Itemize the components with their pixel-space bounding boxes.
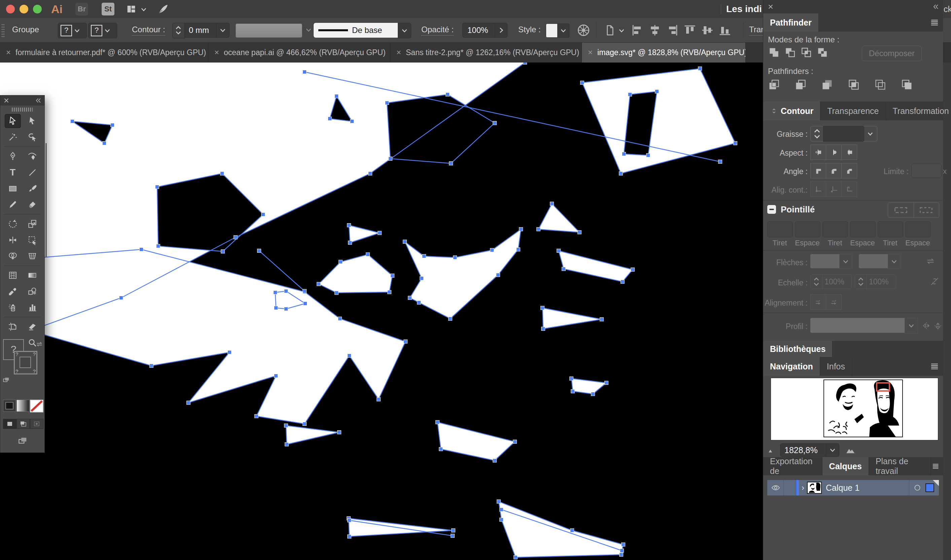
tab-plans-de-travail[interactable]: Plans de travail <box>869 457 931 475</box>
style-swatch[interactable] <box>546 23 558 38</box>
close-tab-icon[interactable]: × <box>588 48 593 57</box>
align-h-right-icon[interactable] <box>665 23 680 38</box>
anchor-point[interactable] <box>451 534 455 538</box>
anchor-point[interactable] <box>580 81 584 85</box>
anchor-point[interactable] <box>348 241 352 245</box>
canvas-viewport[interactable] <box>0 63 861 560</box>
scale-tool[interactable] <box>24 217 40 231</box>
anchor-point[interactable] <box>335 94 338 98</box>
paintbrush-tool[interactable] <box>24 182 40 195</box>
pen-tool[interactable] <box>5 149 21 163</box>
curvature-tool[interactable] <box>24 149 40 163</box>
color-button[interactable] <box>3 400 16 412</box>
anchor-point[interactable] <box>420 277 424 280</box>
anchor-point[interactable] <box>255 414 258 418</box>
anchor-point[interactable] <box>493 122 497 125</box>
anchor-point[interactable] <box>274 374 278 378</box>
brush-definition-dropdown[interactable]: De base <box>313 23 398 38</box>
path-shape-black-tri-small[interactable] <box>330 96 352 122</box>
document-setup-icon[interactable] <box>602 23 617 38</box>
join-round-button[interactable] <box>826 163 841 178</box>
control-bar-grip[interactable] <box>2 23 5 37</box>
workspace-switcher-icon[interactable] <box>126 4 137 14</box>
anchor-point[interactable] <box>600 318 604 322</box>
anchor-point[interactable] <box>436 420 440 424</box>
anchor-point[interactable] <box>228 351 232 354</box>
anchor-point[interactable] <box>377 398 381 402</box>
artwork[interactable] <box>0 63 861 560</box>
eraser-tool[interactable] <box>24 198 40 212</box>
anchor-point[interactable] <box>523 63 527 65</box>
anchor-point[interactable] <box>389 157 392 161</box>
anchor-point[interactable] <box>449 162 453 165</box>
anchor-point[interactable] <box>347 535 351 538</box>
selection-tool[interactable] <box>5 114 21 128</box>
anchor-point[interactable] <box>391 274 394 278</box>
tab-transparence[interactable]: Transparence <box>820 102 886 120</box>
dash-align-button[interactable] <box>913 202 939 218</box>
anchor-point[interactable] <box>403 240 407 244</box>
anchor-point[interactable] <box>490 248 494 252</box>
anchor-point[interactable] <box>655 90 659 94</box>
anchor-point[interactable] <box>622 152 626 156</box>
anchor-point[interactable] <box>103 142 107 145</box>
trim-button[interactable] <box>795 78 807 91</box>
layer-row[interactable]: › Calque 1 <box>767 480 939 495</box>
anchor-point[interactable] <box>274 306 278 310</box>
chevron-down-icon[interactable] <box>139 5 149 14</box>
stroke-swatch-button[interactable]: ? <box>88 23 117 38</box>
draw-behind-button[interactable] <box>17 419 30 429</box>
stock-button[interactable]: St <box>102 3 114 15</box>
tab-transformation[interactable]: Transformation <box>886 102 951 120</box>
zoom-out-mountain-icon[interactable] <box>767 445 777 455</box>
collapse-dock-icon[interactable] <box>931 3 940 11</box>
minus-front-button[interactable] <box>784 46 796 58</box>
anchor-point[interactable] <box>369 172 372 175</box>
stroke-width-stepper[interactable] <box>172 23 185 38</box>
cap-round-button[interactable] <box>826 145 841 160</box>
layer-lock-cell[interactable] <box>784 480 796 495</box>
layer-expand-chevron[interactable]: › <box>801 483 804 492</box>
anchor-point[interactable] <box>284 424 288 428</box>
document-tab[interactable]: ×formulaire à retourner.pdf* @ 600% (RVB… <box>0 42 208 63</box>
blend-tool[interactable] <box>24 285 40 298</box>
anchor-point[interactable] <box>622 543 625 546</box>
exclude-button[interactable] <box>817 46 829 58</box>
anchor-point[interactable] <box>513 440 517 444</box>
chevron-down-icon[interactable] <box>102 26 113 35</box>
color-wheel-icon[interactable] <box>576 23 591 38</box>
magic-wand-tool[interactable] <box>5 130 21 144</box>
anchor-point[interactable] <box>156 245 160 248</box>
anchor-point[interactable] <box>284 307 288 311</box>
anchor-point[interactable] <box>570 529 574 532</box>
anchor-point[interactable] <box>339 260 343 264</box>
navigator-zoom-dropdown[interactable] <box>826 443 839 457</box>
width-profile-dropdown[interactable] <box>236 23 302 38</box>
close-icon[interactable] <box>2 97 11 105</box>
opacity-dropdown-button[interactable] <box>495 23 508 38</box>
stroke-color-indicator[interactable]: ? ? ? ? <box>14 351 37 374</box>
zoom-in-mountain-icon[interactable] <box>844 445 857 456</box>
anchor-point[interactable] <box>303 70 307 74</box>
close-tab-icon[interactable]: × <box>397 48 401 57</box>
dash-preserve-button[interactable] <box>888 202 914 218</box>
anchor-point[interactable] <box>422 254 426 258</box>
crop-button[interactable] <box>848 78 860 91</box>
shape-builder-tool[interactable] <box>5 249 21 263</box>
weight-dropdown[interactable] <box>863 126 877 142</box>
panel-collapse-toggle-icon[interactable] <box>770 107 778 115</box>
close-tab-icon[interactable]: × <box>215 48 219 57</box>
anchor-point[interactable] <box>258 249 261 253</box>
anchor-point[interactable] <box>571 389 575 393</box>
screen-mode-button[interactable] <box>17 435 29 446</box>
anchor-point[interactable] <box>221 250 225 254</box>
anchor-point[interactable] <box>439 448 443 451</box>
anchor-point[interactable] <box>335 291 338 295</box>
lasso-tool[interactable] <box>24 130 40 144</box>
none-button[interactable] <box>30 400 43 412</box>
anchor-point[interactable] <box>385 101 389 105</box>
anchor-point[interactable] <box>514 555 517 559</box>
anchor-point[interactable] <box>303 422 307 426</box>
navigator-viewport-rect[interactable] <box>823 380 903 437</box>
type-tool[interactable]: T <box>5 165 21 180</box>
